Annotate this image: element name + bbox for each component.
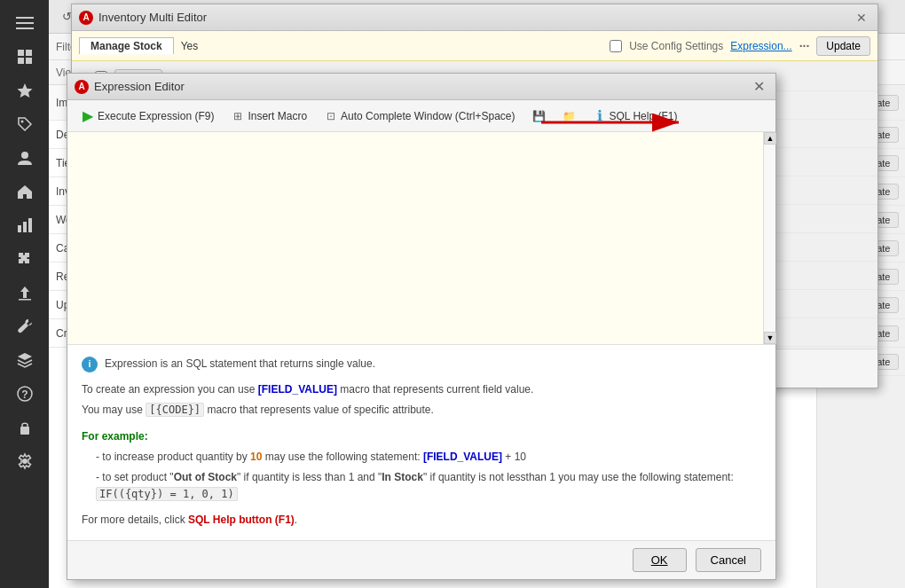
- multi-editor-title-bar: A Inventory Multi Editor ✕: [72, 4, 877, 31]
- example1-number: 10: [250, 451, 262, 463]
- help-example1: - to increase product quantity by 10 may…: [96, 449, 761, 466]
- execute-icon: ▶: [82, 110, 94, 122]
- expression-scrollbar: ▲ ▼: [763, 132, 775, 344]
- help-line1: To create an expression you can use [FIE…: [82, 381, 761, 398]
- expression-help-area: i Expression is an SQL statement that re…: [67, 345, 775, 540]
- multi-editor-logo: A: [79, 11, 93, 25]
- multi-editor-close-button[interactable]: ✕: [853, 9, 870, 27]
- auto-complete-icon: ⊡: [325, 110, 337, 122]
- sql-help-icon: ℹ: [594, 110, 606, 122]
- help-info-text: Expression is an SQL statement that retu…: [105, 356, 375, 372]
- scroll-up-button[interactable]: ▲: [764, 132, 776, 145]
- sql-help-link[interactable]: SQL Help button (F1): [188, 514, 295, 526]
- me-update-button[interactable]: Update: [816, 36, 870, 56]
- expression-editor-close-button[interactable]: ✕: [749, 77, 768, 97]
- sql-help-button[interactable]: ℹ SQL Help (F1): [586, 107, 685, 125]
- app-container: ? ↺ + ✎ ✕ ⌕ ⧉ Inventory Editor Filter Sh…: [0, 0, 905, 588]
- use-config-label: Use Config Settings: [629, 40, 723, 52]
- in-stock-text: In Stock: [382, 471, 423, 483]
- multi-editor-config-bar: Manage Stock Yes Use Config Settings Exp…: [72, 31, 877, 61]
- expression-cancel-button[interactable]: Cancel: [696, 548, 761, 572]
- expression-ok-button[interactable]: OK: [633, 548, 687, 572]
- help-more-details: For more details, click SQL Help button …: [82, 512, 761, 529]
- expression-link[interactable]: Expression...: [730, 40, 791, 52]
- insert-macro-button[interactable]: ⊞ Insert Macro: [224, 107, 314, 125]
- help-example-label: For example:: [82, 428, 761, 445]
- expression-editor-textarea-area: ▲ ▼: [67, 132, 775, 345]
- help-info-row: i Expression is an SQL statement that re…: [82, 356, 761, 372]
- manage-stock-tab[interactable]: Manage Stock: [79, 37, 174, 54]
- expression-textarea[interactable]: [75, 139, 768, 337]
- expression-editor-title: Expression Editor: [94, 80, 744, 93]
- multi-editor-title: Inventory Multi Editor: [98, 11, 847, 24]
- if-statement: IF(({qty}) = 1, 0, 1): [96, 487, 238, 501]
- folder-icon-button[interactable]: 📁: [556, 107, 583, 125]
- yes-label: Yes: [181, 40, 199, 52]
- save-icon-button[interactable]: 💾: [526, 107, 553, 125]
- expression-editor-logo: A: [75, 80, 89, 94]
- expression-editor-toolbar: ▶ Execute Expression (F9) ⊞ Insert Macro…: [67, 100, 775, 132]
- example1-macro: [FIELD_VALUE]: [423, 451, 502, 463]
- expression-editor-dialog: A Expression Editor ✕ ▶ Execute Expressi…: [67, 73, 776, 580]
- code-macro: [{CODE}]: [146, 403, 204, 417]
- insert-macro-icon: ⊞: [232, 110, 244, 122]
- field-value-macro: [FIELD_VALUE]: [258, 383, 337, 396]
- scroll-track: [764, 145, 775, 332]
- expression-editor-footer: OK Cancel: [67, 540, 775, 579]
- out-of-stock-text: Out of Stock: [174, 471, 237, 483]
- use-config-checkbox[interactable]: [610, 40, 622, 52]
- help-example2: - to set product "Out of Stock" if quant…: [96, 469, 761, 503]
- execute-expression-button[interactable]: ▶ Execute Expression (F9): [75, 107, 221, 125]
- folder-icon: 📁: [563, 110, 576, 122]
- help-line2: You may use [{CODE}] macro that represen…: [82, 402, 761, 419]
- info-icon: i: [82, 357, 98, 372]
- save-icon: 💾: [533, 110, 546, 122]
- me-dots[interactable]: ···: [799, 39, 810, 53]
- scroll-down-button[interactable]: ▼: [764, 332, 776, 344]
- expression-editor-title-bar: A Expression Editor ✕: [67, 74, 775, 100]
- overlay: A Inventory Multi Editor ✕ Manage Stock …: [0, 0, 905, 588]
- auto-complete-button[interactable]: ⊡ Auto Complete Window (Ctrl+Space): [318, 107, 522, 125]
